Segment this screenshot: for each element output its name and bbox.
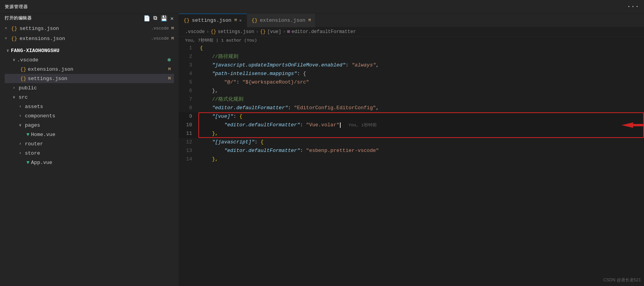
code-line-2: 2 //路径规则 <box>179 52 644 61</box>
project-name: FANG-XIAOHONGSHU <box>11 48 60 54</box>
new-group-icon[interactable]: ⧉ <box>153 15 158 22</box>
settings-modified: M <box>171 26 174 31</box>
close-settings-icon[interactable]: × <box>5 26 7 31</box>
pages-folder[interactable]: ∨ pages <box>5 120 174 130</box>
open-file-settings[interactable]: × {} settings.json .vscode M <box>0 23 178 33</box>
code-line-9: 9 "[vue]": { <box>179 112 644 121</box>
code-line-3: 3 "javascript.updateImportsOnFileMove.en… <box>179 61 644 70</box>
settings-tree-label: settings.json <box>28 76 67 82</box>
extensions-path: .vscode <box>151 36 169 41</box>
assets-folder[interactable]: › assets <box>5 102 174 111</box>
bc-settings[interactable]: settings.json <box>218 29 254 35</box>
blame-line: You, 7秒钟前 | 1 author (You) <box>179 37 644 44</box>
extensions-filename: extensions.json <box>19 36 147 42</box>
code-editor[interactable]: 1 { 2 //路径规则 3 "javascript.updateImports… <box>179 44 644 286</box>
code-line-11: 11 }, <box>179 129 644 138</box>
explorer-title: 资源管理器 <box>5 4 627 10</box>
pages-label: pages <box>25 122 40 128</box>
settings-tree-modified: M <box>168 76 171 81</box>
extensions-modified: M <box>171 36 174 41</box>
extensions-tree-icon: {} <box>20 66 26 72</box>
components-folder[interactable]: › components <box>5 111 174 120</box>
app-vue-icon: ▼ <box>26 160 30 166</box>
code-line-6: 6 }, <box>179 87 644 95</box>
home-vue-item[interactable]: ▼ Home.vue <box>5 130 174 139</box>
svg-marker-0 <box>621 122 644 128</box>
settings-path: .vscode <box>151 26 169 31</box>
open-file-extensions[interactable]: × {} extensions.json .vscode M <box>0 33 178 44</box>
settings-tab-label: settings.json <box>192 17 231 23</box>
code-line-12: 12 "[javascript]": { <box>179 138 644 146</box>
tab-settings[interactable]: {} settings.json M ✕ <box>179 14 247 27</box>
home-vue-label: Home.vue <box>31 132 55 138</box>
public-label: public <box>19 85 37 91</box>
home-vue-icon: ▼ <box>26 132 30 138</box>
close-extensions-icon[interactable]: × <box>5 36 7 41</box>
tab-extensions[interactable]: {} extensions.json M <box>247 14 316 27</box>
code-line-1: 1 { <box>179 44 644 52</box>
save-all-icon[interactable]: 💾 <box>161 15 168 22</box>
pages-arrow: ∨ <box>17 123 23 127</box>
project-arrow: ∨ <box>5 48 11 53</box>
new-file-icon[interactable]: 📄 <box>144 15 150 22</box>
code-line-8: 8 "editor.defaultFormatter": "EditorConf… <box>179 104 644 112</box>
open-editors-section: 打开的编辑器 📄 ⧉ 💾 ✕ <box>0 14 178 23</box>
bc-vscode[interactable]: .vscode <box>185 29 205 35</box>
extensions-tab-icon: {} <box>252 17 258 23</box>
extensions-tab-label: extensions.json <box>260 17 305 23</box>
store-arrow: › <box>17 151 23 155</box>
extensions-tab-modified: M <box>308 18 311 23</box>
watermark: CSDN @唐长老521 <box>603 277 641 283</box>
code-line-4: 4 "path-intellisense.mappings": { <box>179 70 644 78</box>
vscode-arrow: ∨ <box>11 58 17 62</box>
assets-label: assets <box>25 104 43 110</box>
app-vue-label: App.vue <box>31 160 52 166</box>
settings-tree-icon: {} <box>20 76 26 82</box>
red-arrow-annotation <box>621 121 644 129</box>
router-arrow: › <box>17 142 23 146</box>
code-line-14: 14 }, <box>179 155 644 164</box>
settings-tab-close[interactable]: ✕ <box>239 18 242 23</box>
settings-filename: settings.json <box>19 26 147 31</box>
bc-vue[interactable]: [vue] <box>267 29 281 35</box>
src-folder[interactable]: ∨ src <box>5 92 174 102</box>
close-all-icon[interactable]: ✕ <box>170 15 174 22</box>
settings-tab-modified: M <box>234 18 237 23</box>
vscode-folder[interactable]: ∨ .vscode <box>5 55 174 65</box>
app-vue-item[interactable]: ▼ App.vue <box>5 158 174 167</box>
public-arrow: › <box>11 86 17 90</box>
settings-tree-item[interactable]: {} settings.json M <box>5 74 174 83</box>
bc-formatter[interactable]: editor.defaultFormatter <box>292 29 356 35</box>
router-label: router <box>25 141 43 147</box>
settings-tab-icon: {} <box>184 17 190 23</box>
extensions-tree-modified: M <box>168 67 171 72</box>
router-folder[interactable]: › router <box>5 139 174 148</box>
breadcrumb: .vscode › {} settings.json › {} [vue] › … <box>179 27 644 37</box>
src-label: src <box>19 94 28 100</box>
vscode-modified-dot <box>168 58 171 61</box>
assets-arrow: › <box>17 105 23 109</box>
extensions-tree-label: extensions.json <box>28 66 74 72</box>
code-line-10: 10 "editor.defaultFormatter": "Vue.volar… <box>179 121 644 129</box>
components-label: components <box>25 113 55 119</box>
code-line-13: 13 "editor.defaultFormatter": "esbenp.pr… <box>179 146 644 155</box>
public-folder[interactable]: › public <box>5 83 174 92</box>
store-label: store <box>25 150 40 156</box>
project-root[interactable]: ∨ FANG-XIAOHONGSHU <box>5 46 174 55</box>
code-line-7: 7 //格式化规则 <box>179 95 644 104</box>
extensions-tree-item[interactable]: {} extensions.json M <box>5 65 174 74</box>
vscode-folder-label: .vscode <box>17 57 38 63</box>
code-line-5: 5 "@/": "${workspaceRoot}/src" <box>179 78 644 87</box>
components-arrow: › <box>17 114 23 118</box>
src-arrow: ∨ <box>11 95 17 99</box>
store-folder[interactable]: › store <box>5 148 174 158</box>
extensions-json-icon: {} <box>11 36 18 42</box>
more-options-icon[interactable]: ··· <box>627 3 639 10</box>
settings-json-icon: {} <box>11 26 18 31</box>
